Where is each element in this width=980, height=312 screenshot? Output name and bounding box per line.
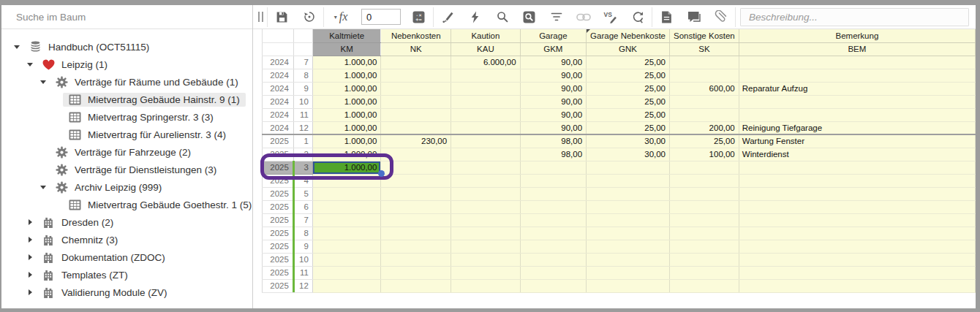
tree-item[interactable]: Verträge für Fahrzeuge (2) — [1, 143, 252, 161]
expander-right-icon[interactable] — [23, 272, 37, 278]
row-header-month[interactable]: 7 — [293, 213, 312, 227]
grid-cell[interactable] — [587, 161, 670, 174]
grid-cell[interactable] — [670, 174, 739, 187]
row-header-year[interactable]: 2025 — [263, 227, 294, 240]
filter-button[interactable] — [543, 5, 570, 29]
grid-cell[interactable] — [381, 161, 451, 174]
tree-search-input[interactable] — [1, 5, 252, 28]
row-header-month[interactable]: 11 — [293, 108, 312, 121]
grid-cell[interactable] — [520, 240, 586, 253]
grid-cell[interactable] — [670, 279, 739, 292]
grid-cell[interactable]: 30,00 — [587, 134, 670, 148]
grid-cell[interactable]: 30,00 — [587, 148, 670, 161]
grid-cell[interactable] — [312, 200, 381, 213]
expander-right-icon[interactable] — [23, 219, 37, 225]
tree-item[interactable]: Mietvertrag Gebäude Goethestr. 1 (5) — [1, 196, 252, 213]
search-in-grid-button[interactable] — [516, 5, 543, 29]
column-header-KM[interactable]: Kaltmiete — [312, 29, 381, 42]
row-header-month[interactable]: 4 — [293, 174, 312, 187]
row-header-year[interactable]: 2025 — [263, 134, 294, 148]
grid-cell[interactable] — [520, 161, 586, 174]
row-header-month[interactable]: 8 — [293, 227, 312, 240]
grid-cell[interactable] — [739, 69, 975, 82]
expander-down-icon[interactable] — [37, 186, 50, 189]
grid-cell[interactable] — [381, 108, 451, 121]
grid-cell[interactable] — [587, 253, 670, 266]
grid-cell[interactable]: 25,00 — [587, 95, 670, 108]
grid-cell[interactable]: 25,00 — [587, 82, 670, 95]
row-header-month[interactable]: 9 — [293, 240, 312, 253]
grid-cell[interactable] — [451, 161, 520, 174]
tree-item[interactable]: Leipzig (1) — [1, 56, 252, 73]
attachment-button[interactable] — [707, 5, 734, 29]
grid-cell[interactable] — [312, 279, 381, 292]
grid-cell[interactable] — [520, 279, 586, 292]
grid-cell[interactable] — [451, 240, 520, 253]
calculator-button[interactable]: -×+= — [405, 5, 432, 29]
column-code-KAU[interactable]: KAU — [451, 42, 520, 56]
grid-cell[interactable]: 90,00 — [520, 121, 586, 134]
row-header-year[interactable]: 2024 — [263, 108, 294, 121]
row-header-year[interactable]: 2025 — [263, 266, 294, 279]
grid-cell[interactable]: 25,00 — [587, 69, 670, 82]
grid-cell[interactable] — [587, 213, 670, 227]
tree-item[interactable]: Dresden (2) — [1, 213, 252, 231]
grid-cell[interactable]: 100,00 — [670, 148, 739, 161]
grid-cell[interactable] — [520, 266, 586, 279]
column-code-NK[interactable]: NK — [381, 42, 451, 56]
row-header-year[interactable]: 2025 — [263, 240, 294, 253]
column-code-GKM[interactable]: GKM — [520, 42, 586, 56]
grid-cell[interactable] — [381, 187, 451, 200]
expander-down-icon[interactable] — [23, 63, 37, 66]
grid-cell[interactable] — [520, 200, 586, 213]
grid-cell[interactable] — [520, 213, 586, 227]
grid-cell[interactable] — [451, 266, 520, 279]
tree-item[interactable]: Chemnitz (3) — [1, 231, 252, 248]
grid-cell[interactable] — [520, 253, 586, 266]
grid-cell[interactable] — [381, 253, 451, 266]
row-header-year[interactable]: 2025 — [263, 174, 294, 187]
grid-cell[interactable] — [587, 266, 670, 279]
grid-cell[interactable] — [739, 266, 975, 279]
row-header-month[interactable]: 6 — [293, 200, 312, 213]
row-header-year[interactable]: 2025 — [263, 213, 294, 227]
grid-cell[interactable] — [739, 174, 975, 187]
grid-cell[interactable] — [451, 121, 520, 134]
panel-splitter-handle[interactable] — [255, 5, 266, 29]
grid-cell[interactable] — [587, 187, 670, 200]
grid-cell[interactable]: 90,00 — [520, 95, 586, 108]
grid-cell[interactable] — [670, 266, 739, 279]
grid-cell[interactable] — [451, 253, 520, 266]
row-header-year[interactable]: 2024 — [263, 69, 294, 82]
tree-item[interactable]: Archiv Leipzig (999) — [1, 178, 252, 196]
grid-cell[interactable] — [451, 148, 520, 161]
grid-cell[interactable] — [670, 200, 739, 213]
grid-cell[interactable] — [739, 253, 975, 266]
row-header-month[interactable]: 10 — [293, 253, 312, 266]
column-header-SK[interactable]: Sonstige Kosten — [670, 29, 739, 42]
grid-cell[interactable] — [587, 200, 670, 213]
grid-cell[interactable] — [312, 174, 381, 187]
row-header-month[interactable]: 8 — [293, 69, 312, 82]
row-header-year[interactable]: 2024 — [263, 56, 294, 69]
grid-cell[interactable] — [451, 279, 520, 292]
grid-cell[interactable]: 25,00 — [670, 134, 739, 148]
grid-cell[interactable] — [739, 161, 975, 174]
row-header-month[interactable]: 1 — [293, 134, 312, 148]
grid-cell[interactable]: Winterdienst — [739, 148, 975, 161]
grid-cell[interactable] — [312, 213, 381, 227]
grid-cell[interactable]: 1.000,00 — [312, 69, 381, 82]
tree-item[interactable]: Templates (ZT) — [1, 266, 252, 284]
row-header-year[interactable]: 2024 — [263, 121, 294, 134]
grid-cell[interactable] — [451, 187, 520, 200]
grid-cell[interactable] — [381, 69, 451, 82]
expander-right-icon[interactable] — [23, 237, 37, 243]
grid-cell[interactable]: 6.000,00 — [451, 56, 520, 69]
grid-cell[interactable] — [670, 213, 739, 227]
grid-cell[interactable]: 25,00 — [587, 121, 670, 134]
grid-cell[interactable]: 25,00 — [587, 108, 670, 121]
grid-cell[interactable]: 1.000,00 — [312, 108, 381, 121]
edit-pen-button[interactable] — [434, 5, 461, 29]
grid-cell[interactable]: 98,00 — [520, 148, 586, 161]
grid-cell[interactable] — [381, 227, 451, 240]
